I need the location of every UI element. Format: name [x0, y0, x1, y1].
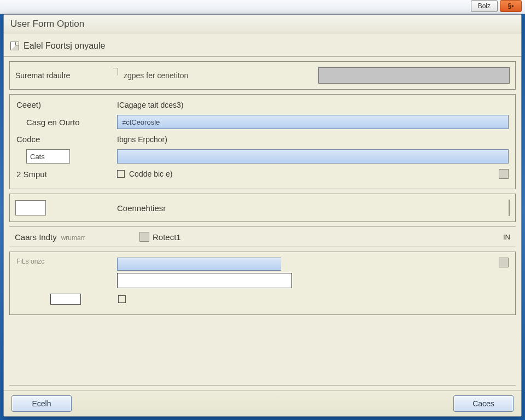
comment-label: Coennehtiesr: [117, 203, 166, 213]
fils-side-box: [499, 258, 509, 267]
casg-input[interactable]: ≠ctCeorosle: [117, 115, 509, 129]
rotect-icon: [139, 232, 149, 242]
minimize-button[interactable]: Boiz: [471, 0, 498, 12]
cats-input-value: Cats: [30, 153, 45, 161]
field-label-casg: Casg en Ourto: [16, 118, 109, 127]
ok-button[interactable]: Ecelh: [11, 395, 72, 412]
codde-checkbox[interactable]: [117, 170, 125, 178]
summary-disabled-field: [318, 67, 510, 84]
comment-small-input[interactable]: [15, 200, 46, 215]
fils-progress: [117, 258, 281, 271]
summary-label: Suremat rdaulre: [15, 71, 108, 80]
field-sublabel-cagage: ICagage tait dces3): [117, 101, 183, 109]
dialog-footer: Ecelh Caces: [4, 390, 521, 416]
status-left-label: Caars Indty: [15, 232, 57, 242]
cats-input[interactable]: Cats: [26, 149, 70, 164]
panel-bottom-fields: FiLs onzc: [9, 252, 516, 315]
ibgns-input[interactable]: [117, 149, 509, 164]
fils-input[interactable]: [117, 273, 292, 288]
panel-main-fields: Ceeet) ICagage tait dces3) Casg en Ourto…: [9, 94, 516, 189]
cancel-button[interactable]: Caces: [453, 395, 514, 412]
form-body: Suremat rdaulre zgpes fer cenetiton Ceee…: [4, 57, 521, 390]
window-title: User Form Option: [10, 19, 84, 30]
status-right-label: IN: [503, 233, 510, 241]
panel-summary: Suremat rdaulre zgpes fer cenetiton: [9, 61, 516, 90]
subtitle-text: Ealel Foortsj onyaule: [24, 41, 105, 51]
footer-divider: [9, 385, 516, 386]
field-label-smput: 2 Smput: [16, 170, 109, 179]
tab-notch: [113, 68, 118, 75]
subtitle-row: Ealel Foortsj onyaule: [4, 33, 521, 57]
status-mid-label: Rotect1: [153, 232, 181, 242]
fils-label: FiLs onzc: [16, 258, 109, 265]
casg-input-value: ≠ctCeorosle: [122, 118, 160, 126]
small-input-left[interactable]: [50, 294, 81, 305]
close-button[interactable]: §•: [500, 0, 522, 12]
window-title-bar: User Form Option: [4, 15, 521, 33]
status-left-sub: wrumarr: [61, 234, 85, 242]
dialog-window: User Form Option Ealel Foortsj onyaule S…: [3, 14, 522, 417]
panel-comment: Coennehtiesr: [9, 194, 516, 222]
panel-status-row: Caars Indty wrumarr Rotect1 IN: [9, 226, 516, 247]
field-label-codce: Codce: [16, 135, 109, 144]
summary-hint: zgpes fer cenetiton: [124, 71, 188, 80]
os-titlebar: Boiz §•: [0, 0, 525, 14]
scroll-stub-icon: [499, 169, 509, 179]
page-icon: [10, 42, 19, 50]
bottom-checkbox[interactable]: [118, 295, 126, 303]
field-label-ceeet: Ceeet): [16, 100, 109, 109]
field-sublabel-codde: Codde bic e): [129, 170, 172, 178]
divider-icon: [509, 200, 510, 216]
field-sublabel-ibgns: Ibgns Erpchor): [117, 135, 167, 144]
